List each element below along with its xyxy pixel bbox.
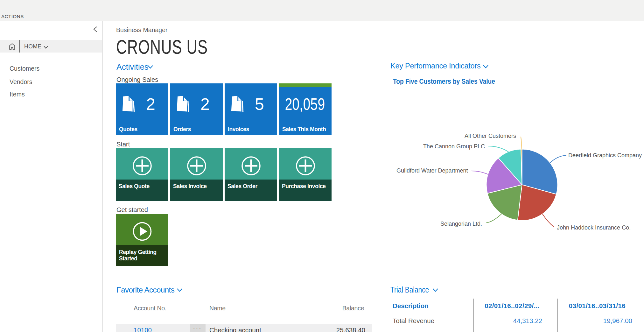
svg-text:Selangorian Ltd.: Selangorian Ltd. [440,221,482,227]
svg-text:All Other Customers: All Other Customers [465,133,516,139]
svg-text:Guildford Water Department: Guildford Water Department [396,167,468,174]
svg-text:The Cannon Group PLC: The Cannon Group PLC [423,143,485,150]
svg-text:John Haddock Insurance Co.: John Haddock Insurance Co. [557,224,631,231]
svg-text:Deerfield Graphics Company: Deerfield Graphics Company [568,152,642,159]
